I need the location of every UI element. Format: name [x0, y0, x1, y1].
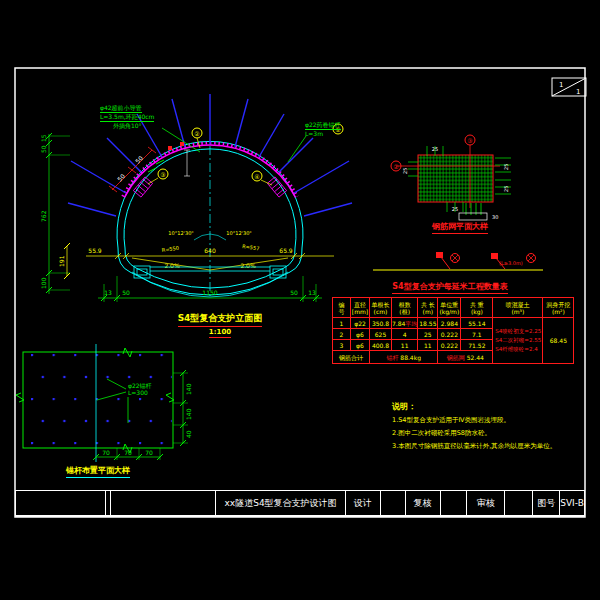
- mesh-dim-left: 25: [402, 168, 408, 174]
- tunnel-figure-title-block: S4型复合支护立面图 1:100: [155, 312, 285, 338]
- pipe-annotation: φ42超前小导管 L=3.5m,环距40cm 外插角10°: [100, 104, 154, 130]
- anchor-detail-note: (L≥3.0m): [499, 260, 523, 266]
- callout-3: ③: [160, 171, 165, 178]
- design-label: 设计: [345, 491, 380, 515]
- mesh-lap-dim: 30: [492, 214, 498, 220]
- avg-note: 平均: [405, 320, 417, 327]
- pipe-annotation-line2: L=3.5m,环距40cm: [100, 113, 154, 122]
- note-1: 1.S4型复合支护适用于Ⅳ类围岩浅埋段。: [392, 414, 556, 427]
- dim-1150: 1150: [202, 289, 217, 296]
- cad-sheet: 1 1: [0, 0, 600, 600]
- radius-right: R=557: [242, 243, 260, 251]
- design-signature: [380, 491, 405, 515]
- figno-value: SVI-B: [559, 491, 584, 515]
- plan-bolt-label: φ22锚杆 L=300: [128, 382, 152, 396]
- titlebar-blank-1: [16, 491, 105, 515]
- col-header: 编号: [333, 298, 351, 318]
- mesh-dim-right-a: 25: [503, 164, 509, 170]
- plan-dim-r3: 40: [185, 430, 192, 438]
- col-header: 单根长(cm): [370, 298, 392, 318]
- tunnel-figure-scale: 1:100: [209, 328, 231, 338]
- col-header: 单位重(kg/m): [438, 298, 461, 318]
- review-label: 审核: [466, 491, 504, 515]
- note-2: 2.图中二次衬砌砼采用S8防水砼。: [392, 427, 556, 440]
- qty-table-title-block: S4型复合支护每延米工程数量表: [332, 281, 568, 294]
- callout-4: ④: [254, 173, 259, 180]
- plan-bottom-dims: 70 70 70: [93, 448, 163, 460]
- titlebar-blank-2: [110, 491, 216, 515]
- check-signature: [440, 491, 467, 515]
- callout-2: ②: [194, 130, 199, 137]
- dim-50-left: 50: [122, 289, 130, 296]
- bolt-annotation-line1: φ22药卷锚杆: [305, 121, 341, 130]
- anchor-layout-plan-figure: 140 140 40 70 70 70: [16, 344, 192, 462]
- quantity-table: 编号 直径[mm] 单根长(cm) 根数(根) 共 长(m) 单位重(kg/m)…: [332, 297, 574, 364]
- qty-table-title: S4型复合支护每延米工程数量表: [392, 281, 507, 294]
- angle-left: 10°12'30": [168, 230, 193, 236]
- notes-title: 说明：: [392, 400, 556, 414]
- plan-dim-r1: 140: [185, 383, 192, 395]
- table-row: 1φ22 350.8 7.84平均 18.552.984 55.14 S4喷砼初…: [333, 318, 574, 329]
- bottom-dim-chain: 13 50 1150 50 13: [98, 276, 322, 302]
- angle-right: 10°12'30": [226, 230, 251, 236]
- plan-dim-b1: 70: [102, 449, 110, 456]
- note-3: 3.本图尺寸除钢筋直径以毫米计外,其余均以厘米为单位。: [392, 440, 556, 453]
- plan-figure-title: 锚杆布置平面大样: [66, 465, 130, 478]
- plan-dim-b2: 70: [124, 449, 132, 456]
- col-header: 根数(根): [392, 298, 418, 318]
- drawing-title: xx隧道S4型复合支护设计图: [215, 491, 345, 515]
- page-number-box: 1 1: [552, 78, 586, 96]
- col-header: 共 长(m): [418, 298, 438, 318]
- dim-left-191: 191: [58, 255, 65, 267]
- mesh-callout-h: ②: [393, 163, 398, 170]
- radius-left: R=550: [161, 245, 179, 253]
- pipe-annotation-line1: φ42超前小导管: [100, 104, 142, 113]
- mesh-lap-detail: 30: [459, 203, 498, 220]
- mesh-figure-title-block: 钢筋网平面大样: [405, 221, 515, 234]
- title-bar: xx隧道S4型复合支护设计图 设计 复核 审核 图号 SVI-B: [15, 490, 585, 517]
- figno-label: 图号: [532, 491, 559, 515]
- mesh-dim-bottom: 25: [452, 206, 458, 212]
- dim-left-762: 762: [40, 210, 47, 222]
- col-header: 直径[mm]: [351, 298, 370, 318]
- dim-640: 640: [204, 247, 216, 254]
- notes-block: 说明： 1.S4型复合支护适用于Ⅳ类围岩浅埋段。 2.图中二次衬砌砼采用S8防水…: [392, 400, 556, 453]
- col-header: 洞身开挖(m²): [543, 298, 574, 318]
- col-header: 喷混凝土(m³): [493, 298, 543, 318]
- pipe-annotation-line3: 外插角10°: [113, 122, 142, 129]
- bolt-annotation-line2: L=3m: [305, 130, 323, 137]
- bolt-spacing-label-a: 50: [116, 172, 126, 182]
- plan-dim-b3: 70: [145, 449, 153, 456]
- dim-50-right: 50: [290, 289, 298, 296]
- excavation-cell: 68.45: [543, 318, 574, 364]
- bolt-annotation: φ22药卷锚杆 L=3m: [305, 121, 341, 138]
- dim-left-100: 100: [40, 277, 47, 289]
- plan-figure-title-block: 锚杆布置平面大样: [48, 465, 148, 478]
- col-header: 共 重(kg): [461, 298, 493, 318]
- mesh-callout-v: ③: [467, 137, 472, 144]
- page-number-right: 1: [576, 88, 580, 96]
- anchor-symbol-left: [436, 252, 460, 269]
- bolt-spacing-label-b: 50: [134, 154, 144, 164]
- shotcrete-cell: S4喷砼初支=2.25 S4二次衬砌=2.55 S4纤维喷砼=2.4: [493, 318, 543, 364]
- dim-65-9: 65.9: [279, 247, 293, 254]
- mesh-grid: [418, 155, 493, 202]
- page-number-left: 1: [559, 81, 563, 89]
- anchor-dots: [24, 352, 172, 446]
- dim-13-left: 13: [104, 289, 112, 296]
- plan-dim-r2: 140: [185, 408, 192, 420]
- dim-left-15: 15: [40, 134, 47, 142]
- mesh-figure-title: 钢筋网平面大样: [432, 221, 488, 234]
- mesh-dim-right-b: 25: [503, 186, 509, 192]
- left-dim-chain: 15 50 762 100 191: [40, 133, 70, 294]
- plan-right-dims: 140 140 40: [173, 370, 192, 446]
- tunnel-figure-title: S4型复合支护立面图: [178, 312, 263, 327]
- slope-left: 2.0%: [164, 262, 180, 269]
- dim-left-50: 50: [40, 145, 47, 153]
- check-label: 复核: [405, 491, 440, 515]
- mesh-dim-top: 25: [432, 146, 438, 152]
- review-signature: [504, 491, 532, 515]
- steel-mesh-detail-figure: ② ③ 25 25 25 25 25 30: [391, 135, 511, 220]
- dim-55-9: 55.9: [88, 247, 102, 254]
- dim-13-right: 13: [308, 289, 316, 296]
